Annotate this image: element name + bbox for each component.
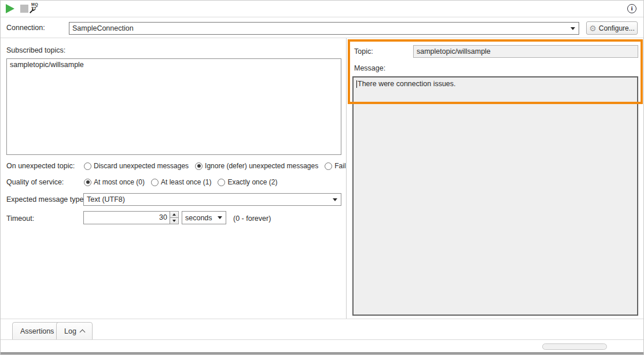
connection-dropdown[interactable]: SampleConnection <box>69 22 579 35</box>
subscribed-topics-label: Subscribed topics: <box>6 46 65 54</box>
radio-label: At most once (0) <box>94 178 145 186</box>
configure-button[interactable]: ⚙ Configure... <box>586 21 638 35</box>
main-area: Subscribed topics: sampletopic/willsampl… <box>1 38 644 319</box>
chevron-up-icon <box>79 329 85 335</box>
horizontal-scrollbar-thumb[interactable] <box>542 343 607 350</box>
radio-ignore-defer-unexpected[interactable]: Ignore (defer) unexpected messages <box>195 162 318 170</box>
gear-icon: ⚙ <box>589 24 597 32</box>
received-message-value: There were connection issues. <box>358 80 456 88</box>
unexpected-topic-label: On unexpected topic: <box>6 162 84 170</box>
tab-assertions-label: Assertions <box>20 327 54 335</box>
qos-row: Quality of service: At most once (0) At … <box>6 178 345 186</box>
unexpected-topic-radio-group: Discard unexpected messages Ignore (defe… <box>84 162 346 170</box>
received-topic-field[interactable]: sampletopic/willsample <box>413 45 638 58</box>
radio-label: At least once (1) <box>161 178 211 186</box>
received-message-textarea[interactable]: There were connection issues. <box>352 76 638 316</box>
mqtt-logo-top: MQ <box>31 2 38 6</box>
radio-selected-icon <box>195 162 203 170</box>
timeout-spin-buttons <box>170 211 179 224</box>
text-cursor <box>356 80 357 88</box>
timeout-spinner: 30 <box>83 211 179 224</box>
radio-at-most-once[interactable]: At most once (0) <box>84 178 145 186</box>
radio-fail[interactable]: Fail <box>325 162 345 170</box>
connection-label: Connection: <box>6 24 45 32</box>
radio-icon <box>325 162 332 170</box>
received-topic-label: Topic: <box>354 47 373 56</box>
expected-message-type-value: Text (UTF8) <box>84 195 333 204</box>
chevron-down-icon <box>218 216 222 219</box>
radio-label: Exactly once (2) <box>227 178 277 186</box>
window-bottom-edge <box>1 352 644 355</box>
triangle-up-icon <box>172 213 176 216</box>
timeout-hint: (0 - forever) <box>233 215 271 223</box>
wrench-icon <box>29 8 35 14</box>
unexpected-topic-row: On unexpected topic: Discard unexpected … <box>6 162 345 170</box>
status-bar <box>1 341 644 352</box>
radio-discard-unexpected[interactable]: Discard unexpected messages <box>84 162 189 170</box>
tab-log-label: Log <box>64 327 76 335</box>
received-message-label: Message: <box>354 64 385 72</box>
timeout-label: Timeout: <box>6 215 34 223</box>
timeout-unit-dropdown[interactable]: seconds <box>182 211 226 224</box>
spin-down-button[interactable] <box>170 218 179 224</box>
subscribed-topics-value: sampletopic/willsample <box>10 61 84 69</box>
tabbar-baseline <box>1 339 644 340</box>
radio-label: Discard unexpected messages <box>94 162 189 170</box>
radio-icon <box>84 162 91 170</box>
spin-up-button[interactable] <box>170 211 179 218</box>
subscribed-topics-textarea[interactable]: sampletopic/willsample <box>6 58 341 155</box>
timeout-unit-value: seconds <box>182 214 218 222</box>
expected-message-type-label: Expected message type: <box>6 195 86 204</box>
timeout-input[interactable]: 30 <box>83 211 170 224</box>
radio-at-least-once[interactable]: At least once (1) <box>151 178 211 186</box>
chevron-down-icon <box>333 198 337 201</box>
connection-dropdown-value: SampleConnection <box>69 24 571 32</box>
radio-label: Ignore (defer) unexpected messages <box>205 162 318 170</box>
radio-icon <box>151 179 159 186</box>
connection-row: Connection: SampleConnection ⚙ Configure… <box>1 18 644 38</box>
tab-log[interactable]: Log <box>56 322 93 340</box>
expected-message-type-dropdown[interactable]: Text (UTF8) <box>83 193 341 206</box>
chevron-down-icon <box>571 27 575 30</box>
qos-radio-group: At most once (0) At least once (1) Exact… <box>84 178 277 186</box>
radio-label: Fail <box>334 162 345 170</box>
run-button[interactable] <box>6 4 14 13</box>
configure-button-label: Configure... <box>599 24 635 32</box>
radio-exactly-once[interactable]: Exactly once (2) <box>218 178 277 186</box>
qos-label: Quality of service: <box>6 178 84 186</box>
mqtt-teststep-window: MQ TT i Connection: SampleConnection ⚙ C… <box>0 0 644 355</box>
panel-divider <box>346 38 347 319</box>
bottom-tabbar: Assertions Log <box>1 319 644 340</box>
triangle-down-icon <box>172 220 176 222</box>
radio-icon <box>218 179 225 186</box>
info-icon[interactable]: i <box>627 4 636 13</box>
toolbar: MQ TT i <box>1 1 644 17</box>
radio-selected-icon <box>84 179 91 186</box>
stop-button[interactable] <box>20 5 28 13</box>
received-topic-value: sampletopic/willsample <box>417 47 491 56</box>
